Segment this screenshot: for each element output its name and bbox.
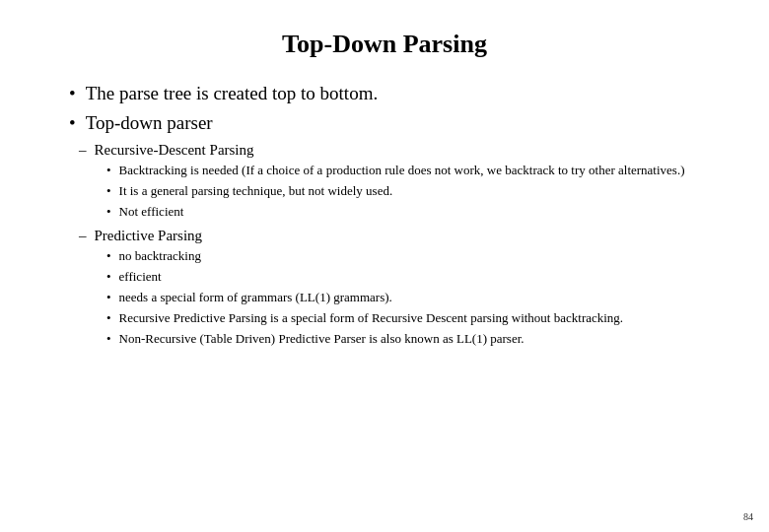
- sub-bullet-2-1: no backtracking: [106, 247, 720, 265]
- sub-bullet-1-2: It is a general parsing technique, but n…: [106, 182, 720, 200]
- sub-bullet-2-2: efficient: [106, 268, 720, 286]
- sub-bullet-1-3: Not efficient: [106, 203, 720, 221]
- main-bullet-1: The parse tree is created top to bottom.: [69, 83, 720, 104]
- sub-section-1: Recursive-Descent Parsing Backtracking i…: [79, 142, 720, 349]
- dash-item-2: Predictive Parsing: [79, 228, 720, 244]
- sub-bullets-2: no backtracking efficient needs a specia…: [106, 247, 720, 349]
- slide: Top-Down Parsing The parse tree is creat…: [0, 0, 769, 532]
- sub-bullets-1: Backtracking is needed (If a choice of a…: [106, 162, 720, 222]
- slide-title: Top-Down Parsing: [49, 30, 720, 59]
- sub-bullet-2-4: Recursive Predictive Parsing is a specia…: [106, 309, 720, 327]
- main-bullet-2: Top-down parser: [69, 112, 720, 134]
- sub-bullet-2-5: Non-Recursive (Table Driven) Predictive …: [106, 330, 720, 348]
- main-bullet-list: The parse tree is created top to bottom.…: [69, 83, 720, 134]
- dash-item-1: Recursive-Descent Parsing: [79, 142, 720, 159]
- page-number: 84: [743, 511, 753, 522]
- sub-bullet-2-3: needs a special form of grammars (LL(1) …: [106, 289, 720, 306]
- sub-bullet-1-1: Backtracking is needed (If a choice of a…: [106, 162, 720, 179]
